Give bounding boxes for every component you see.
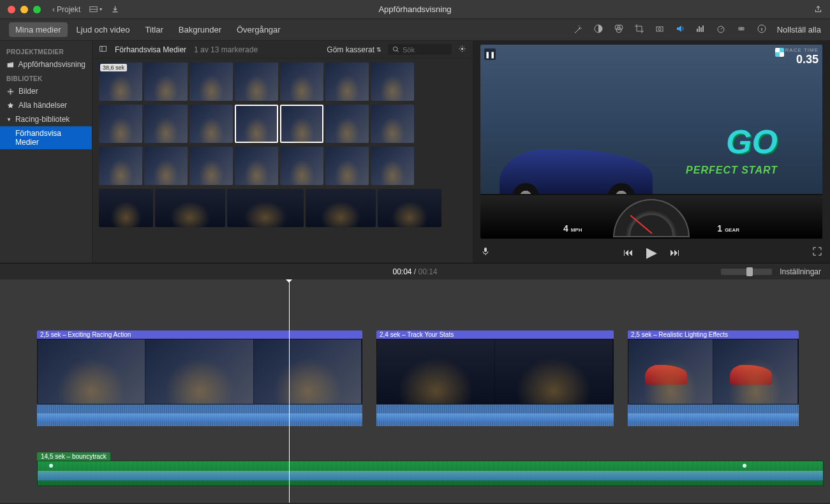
media-thumb[interactable] [280,147,323,185]
equalizer-icon[interactable] [695,24,706,36]
stabilize-icon[interactable] [655,24,665,36]
prev-button[interactable]: ⏮ [623,247,634,258]
sidebar-item-app-preview[interactable]: Appförhandsvisning [0,57,92,71]
crop-icon[interactable] [634,24,644,36]
zoom-window[interactable] [33,6,41,13]
voiceover-button[interactable] [480,246,491,259]
star-icon [6,101,15,110]
clip-audio-waveform[interactable] [37,404,362,426]
mph-readout: 4 MPH [563,223,582,233]
disclosure-triangle-icon[interactable]: ▼ [6,117,11,122]
chevron-left-icon: ‹ [52,5,55,14]
timeline[interactable]: 2,5 sek – Exciting Racing Action 2,4 sek… [0,279,830,503]
info-icon[interactable] [757,24,767,36]
next-button[interactable]: ⏭ [670,247,680,258]
media-thumb[interactable] [235,147,278,185]
playhead[interactable] [289,279,290,503]
tab-my-media[interactable]: Mina medier [9,22,68,37]
media-thumb[interactable] [99,147,142,185]
tab-titles[interactable]: Titlar [138,22,169,37]
clip-title: 2,5 sek – Realistic Lighting Effects [628,330,799,339]
reset-all-button[interactable]: Nollställ alla [777,25,821,34]
checkered-flag-icon [775,48,784,57]
search-field[interactable] [388,44,452,55]
settings-link[interactable]: Inställningar [780,267,821,276]
media-thumb-selected[interactable] [235,105,278,143]
media-thumb[interactable] [144,63,188,101]
media-thumb[interactable] [378,189,441,227]
keyframe-icon[interactable] [49,464,53,468]
import-button[interactable] [111,5,119,13]
timeline-clip[interactable]: 2,5 sek – Realistic Lighting Effects [628,330,799,426]
svg-point-13 [10,90,11,92]
media-thumb[interactable] [325,147,369,185]
pause-indicator-icon: ❚❚ [484,48,496,60]
sidebar: PROJEKTMEDIER Appförhandsvisning BIBLIOT… [0,41,93,263]
media-thumb[interactable] [306,189,376,227]
media-thumb[interactable] [99,189,153,227]
timeline-clip[interactable]: 2,4 sek – Track Your Stats [376,330,614,426]
play-button[interactable]: ▶ [646,244,657,261]
sidebar-toggle-icon[interactable] [99,45,107,55]
media-toolbar: Mina medier Ljud och video Titlar Bakgru… [0,19,830,41]
media-thumb[interactable] [325,63,369,101]
clip-audio-waveform[interactable] [376,404,614,426]
effects-icon[interactable] [736,24,746,36]
game-dashboard: 4 MPH 1 GEAR [480,194,822,239]
race-time-label: RACE TIME [785,47,819,53]
clip-audio-waveform[interactable] [628,404,799,426]
media-thumb[interactable] [189,63,233,101]
media-thumb[interactable]: 38,6 sek [99,63,142,101]
keyframe-icon[interactable] [743,464,746,468]
fullscreen-button[interactable] [812,246,822,259]
media-thumb-selected[interactable] [280,105,323,143]
media-thumb[interactable] [155,189,225,227]
media-thumb[interactable] [371,105,414,143]
media-thumb[interactable] [235,63,278,101]
audio-clip[interactable] [37,461,824,486]
close-window[interactable] [8,6,15,13]
search-input[interactable] [403,46,447,54]
settings-gear-icon[interactable] [458,45,466,55]
color-balance-icon[interactable] [593,24,604,36]
minimize-window[interactable] [20,6,28,13]
sidebar-label: Förhandsvisa Medier [15,129,85,147]
speed-icon[interactable] [716,24,726,36]
timeline-clip[interactable]: 2,5 sek – Exciting Racing Action [37,330,362,426]
svg-point-20 [393,47,397,51]
tab-backgrounds[interactable]: Bakgrunder [172,22,228,37]
sidebar-item-preview-media[interactable]: Förhandsvisa Medier [0,126,92,149]
duration-badge: 38,6 sek [100,64,127,71]
library-list-button[interactable]: ▾ [89,5,102,13]
enhance-button[interactable] [573,25,583,35]
media-browser: Förhandsvisa Medier 1 av 13 markerade Gö… [93,41,473,263]
zoom-slider[interactable] [721,269,772,275]
media-thumb[interactable] [144,147,188,185]
filter-dropdown[interactable]: Göm kasserat ⇅ [327,45,382,54]
color-correction-icon[interactable] [614,24,624,36]
media-thumb[interactable] [325,105,369,143]
media-thumb[interactable] [189,105,233,143]
tab-transitions[interactable]: Övergångar [230,22,287,37]
share-button[interactable] [814,5,822,13]
sidebar-item-photos[interactable]: Bilder [0,84,92,98]
tab-audio-video[interactable]: Ljud och video [70,22,137,37]
media-thumb[interactable] [371,147,414,185]
media-thumb[interactable] [227,189,304,227]
sidebar-item-all-events[interactable]: Alla händelser [0,98,92,112]
viewer-canvas[interactable]: ❚❚ RACE TIME 0.35 GO PERFECT START 4 MPH… [480,45,822,239]
clapper-icon [6,61,15,69]
browser-grid[interactable]: 38,6 sek [93,59,473,263]
media-thumb[interactable] [371,63,414,101]
titlebar: ‹ Projekt ▾ Appförhandsvisning [0,0,830,19]
video-track: 2,5 sek – Exciting Racing Action 2,4 sek… [37,330,824,433]
media-thumb[interactable] [99,105,142,143]
sidebar-item-racing-library[interactable]: ▼ Racing-bibliotek [0,112,92,126]
audio-track: 14,5 sek – bouncytrack [37,452,824,486]
media-thumb[interactable] [280,63,323,101]
back-button[interactable]: ‹ Projekt [52,5,80,14]
volume-icon[interactable] [675,24,685,36]
zoom-handle[interactable] [746,267,753,276]
media-thumb[interactable] [144,105,188,143]
media-thumb[interactable] [189,147,233,185]
